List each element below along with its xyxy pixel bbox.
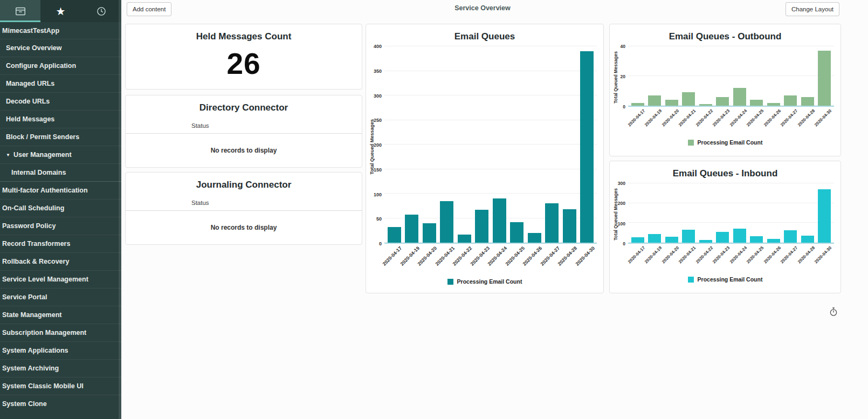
sidebar-item-label: State Management	[2, 311, 61, 319]
tab-history[interactable]	[81, 0, 121, 22]
x-axis: 2020-04-172020-04-192020-04-202020-04-21…	[384, 244, 597, 272]
change-layout-button[interactable]: Change Layout	[786, 2, 839, 16]
y-tick-label: 400	[374, 44, 382, 49]
sidebar-item-label: Managed URLs	[6, 80, 54, 87]
bar-2020-04-17[interactable]	[631, 237, 644, 243]
y-tick-label: 350	[374, 68, 382, 74]
bar-2020-04-23[interactable]	[716, 232, 729, 243]
bar-2020-04-24[interactable]	[493, 198, 506, 243]
bar-slot	[799, 183, 816, 243]
chart-legend[interactable]: Processing Email Count	[366, 278, 603, 285]
bar-slot	[456, 46, 473, 243]
y-tick-label: 100	[618, 221, 625, 226]
x-tick-label: 2020-04-23	[473, 244, 491, 272]
bar-2020-04-28[interactable]	[563, 209, 576, 243]
bar-slot	[765, 183, 782, 243]
chart-plot-area: 0100200300 2020-04-172020-04-192020-04-2…	[614, 183, 834, 271]
bar-2020-04-23[interactable]	[475, 210, 488, 243]
bar-2020-04-25[interactable]	[750, 236, 763, 243]
bar-2020-04-21[interactable]	[682, 230, 695, 243]
sidebar-item-user-management[interactable]: ▼User Management	[0, 146, 121, 163]
tab-favorites[interactable]: ★	[40, 0, 81, 22]
bar-slot	[680, 46, 698, 106]
sidebar-item-password-policy: Password Policy	[0, 217, 121, 235]
bar-2020-04-30[interactable]	[818, 189, 831, 243]
clock-icon	[96, 6, 107, 17]
tab-all-applications[interactable]	[0, 0, 40, 22]
bar-2020-04-27[interactable]	[545, 203, 559, 243]
bar-2020-04-25[interactable]	[510, 222, 523, 243]
stopwatch-glyph	[829, 307, 838, 317]
bar-2020-04-26[interactable]	[528, 233, 541, 243]
sidebar-item-label: On-Call Scheduling	[2, 204, 64, 212]
bar-2020-04-24[interactable]	[733, 229, 746, 243]
bar-2020-04-30[interactable]	[580, 51, 594, 243]
chart-title: Email Queues - Inbound	[610, 161, 841, 183]
legend-swatch	[447, 279, 453, 285]
status-column-header[interactable]: Status	[126, 194, 362, 211]
bar-2020-04-17[interactable]	[631, 103, 644, 106]
sidebar-item-configure-application[interactable]: Configure Application	[0, 57, 121, 74]
bar-2020-04-19[interactable]	[648, 234, 661, 243]
bar-2020-04-20[interactable]	[665, 237, 678, 243]
bar-slot	[403, 46, 421, 243]
empty-list-message: No records to display	[126, 211, 362, 244]
refresh-interval-stopwatch-icon[interactable]	[829, 307, 838, 319]
sidebar-item-state-management: State Management	[0, 306, 121, 324]
sidebar-item-system-classic-mobile-ui: System Classic Mobile UI	[0, 377, 121, 395]
bar-2020-04-22[interactable]	[699, 240, 712, 243]
bar-2020-04-20[interactable]	[665, 100, 678, 106]
bar-2020-04-28[interactable]	[801, 236, 814, 243]
held-messages-count-card: Held Messages Count 26	[125, 24, 362, 90]
bar-slot	[782, 46, 800, 106]
directory-connector-card: Directory Connector Status No records to…	[125, 95, 362, 168]
chevron-expanded-icon: ▼	[6, 153, 10, 157]
bar-2020-04-27[interactable]	[784, 230, 797, 243]
sidebar-item-decode-urls[interactable]: Decode URLs	[0, 92, 121, 110]
bar-slot	[629, 183, 646, 243]
bar-2020-04-21[interactable]	[440, 201, 453, 243]
sidebar-item-held-messages[interactable]: Held Messages	[0, 110, 121, 128]
x-tick-label: 2020-04-21	[438, 244, 456, 272]
bar-2020-04-24[interactable]	[733, 88, 746, 106]
email-queues-chart-card: Email Queues Total Queued Messages 05010…	[366, 24, 604, 293]
bar-2020-04-26[interactable]	[767, 103, 780, 106]
legend-swatch	[688, 140, 694, 146]
y-tick-label: 200	[374, 142, 382, 148]
chart-legend[interactable]: Processing Email Count	[610, 276, 841, 283]
bar-slot	[714, 183, 732, 243]
x-tick-label: 2020-04-22	[697, 107, 714, 134]
bar-slot	[526, 46, 543, 243]
sidebar-item-internal-domains[interactable]: Internal Domains	[0, 163, 121, 181]
x-tick-label: 2020-04-28	[799, 107, 816, 134]
bar-slot	[663, 46, 680, 106]
add-content-button[interactable]: Add content	[127, 2, 171, 16]
x-tick-label: 2020-04-26	[526, 244, 543, 272]
bar-slot	[799, 46, 816, 106]
bar-2020-04-22[interactable]	[458, 235, 471, 243]
bar-2020-04-22[interactable]	[699, 104, 712, 106]
bar-2020-04-19[interactable]	[405, 215, 418, 243]
bar-2020-04-27[interactable]	[784, 95, 797, 106]
bar-2020-04-21[interactable]	[682, 92, 695, 106]
bar-2020-04-26[interactable]	[767, 239, 780, 243]
bar-2020-04-25[interactable]	[750, 100, 763, 106]
sidebar-item-service-overview[interactable]: Service Overview	[0, 39, 121, 57]
bar-slot	[748, 46, 766, 106]
sidebar-item-managed-urls[interactable]: Managed URLs	[0, 74, 121, 92]
x-tick-label: 2020-04-17	[629, 107, 646, 134]
status-column-header[interactable]: Status	[126, 116, 362, 134]
chart-legend[interactable]: Processing Email Count	[610, 139, 841, 146]
bar-2020-04-19[interactable]	[648, 95, 661, 106]
x-tick-label: 2020-04-26	[765, 244, 782, 271]
bar-2020-04-20[interactable]	[423, 223, 436, 243]
bar-2020-04-30[interactable]	[818, 51, 831, 106]
bar-2020-04-23[interactable]	[716, 97, 729, 106]
x-tick-label: 2020-04-28	[561, 244, 578, 272]
bar-2020-04-28[interactable]	[801, 97, 814, 106]
sidebar-item-label: Rollback & Recovery	[2, 258, 69, 265]
bar-2020-04-17[interactable]	[388, 227, 401, 243]
sidebar-item-label: Service Overview	[6, 44, 62, 52]
sidebar-item-block-permit-senders[interactable]: Block / Permit Senders	[0, 128, 121, 146]
x-tick-label: 2020-04-20	[421, 244, 438, 272]
